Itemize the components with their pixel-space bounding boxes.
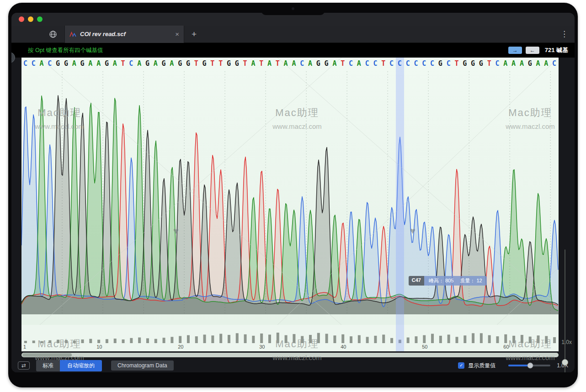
- vertical-zoom-slider[interactable]: [562, 249, 568, 372]
- page: COI rev read.scf × + ⋮ 按 Opt 键查看所有四个碱基值 …: [0, 0, 586, 392]
- horizontal-zoom-slider[interactable]: [508, 365, 550, 366]
- auto-zoom-button[interactable]: 自动缩放的: [60, 360, 102, 371]
- bottom-toolbar: ⇄ 标准 自动缩放的 Chromatogram Data ✓ 显示质量值 1.0…: [11, 359, 575, 372]
- sequence-base[interactable]: A: [284, 59, 288, 68]
- standard-view-button[interactable]: 标准: [36, 360, 60, 371]
- sequence-base[interactable]: C: [422, 59, 426, 68]
- sequence-base[interactable]: G: [202, 59, 207, 68]
- quality-bar: [114, 339, 117, 343]
- sequence-base[interactable]: T: [194, 59, 198, 68]
- sequence-base[interactable]: T: [210, 59, 214, 68]
- sequence-base[interactable]: G: [471, 59, 475, 68]
- sequence-base[interactable]: T: [487, 59, 491, 68]
- sequence-base[interactable]: T: [121, 59, 125, 68]
- scrollbar-thumb[interactable]: [22, 353, 72, 357]
- sequence-base[interactable]: C: [129, 59, 133, 68]
- globe-icon[interactable]: [49, 30, 57, 38]
- sequence-base[interactable]: C: [365, 59, 369, 68]
- sequence-base[interactable]: A: [137, 59, 141, 68]
- sequence-base[interactable]: C: [32, 59, 36, 68]
- sequence-base[interactable]: C: [373, 59, 377, 68]
- sequence-base[interactable]: A: [332, 59, 336, 68]
- tab-close-icon[interactable]: ×: [175, 30, 179, 38]
- sequence-base[interactable]: A: [96, 59, 101, 68]
- sequence-base[interactable]: G: [528, 59, 532, 68]
- sequence-base[interactable]: T: [243, 59, 247, 68]
- horizontal-scrollbar[interactable]: [21, 353, 559, 357]
- sequence-base[interactable]: A: [40, 59, 44, 68]
- sequence-base[interactable]: A: [503, 59, 507, 68]
- sequence-base[interactable]: A: [357, 59, 361, 68]
- quality-bar: [203, 334, 206, 343]
- sequence-base[interactable]: A: [113, 59, 117, 68]
- sequence-base[interactable]: C: [552, 59, 556, 68]
- sequence-base[interactable]: T: [381, 59, 385, 68]
- sequence-base[interactable]: C: [447, 59, 451, 68]
- quality-bars: [21, 325, 559, 344]
- sequence-base[interactable]: C: [23, 59, 27, 68]
- show-quality-checkbox[interactable]: ✓: [458, 362, 464, 369]
- sequence-base[interactable]: G: [316, 59, 320, 68]
- sequence-base[interactable]: A: [308, 59, 312, 68]
- sequence-base[interactable]: C: [406, 59, 410, 68]
- quality-bar: [163, 338, 165, 343]
- sequence-base[interactable]: G: [325, 59, 329, 68]
- sequence-base[interactable]: G: [80, 59, 85, 68]
- sequence-base[interactable]: G: [145, 59, 149, 68]
- sequence-base[interactable]: T: [259, 59, 263, 68]
- tab-coi-rev-read[interactable]: COI rev read.scf ×: [64, 26, 184, 43]
- tooltip-base-label: C47: [409, 276, 424, 286]
- sequence-base[interactable]: A: [88, 59, 92, 68]
- sequence-base[interactable]: T: [218, 59, 223, 68]
- sequence-base[interactable]: C: [430, 59, 434, 68]
- close-window-button[interactable]: [19, 16, 24, 22]
- zoom-window-button[interactable]: [37, 16, 43, 22]
- sequence-base[interactable]: G: [235, 59, 239, 68]
- sequence-base[interactable]: T: [276, 59, 280, 68]
- sequence-base[interactable]: T: [454, 59, 458, 68]
- sequence-base[interactable]: A: [154, 59, 158, 68]
- vertical-zoom-thumb[interactable]: [562, 359, 568, 366]
- tooltip-peak-height: 峰高： 805: [429, 277, 453, 284]
- sequence-base[interactable]: C: [349, 59, 353, 68]
- nav-back-button[interactable]: ←: [526, 47, 539, 54]
- sequence-base[interactable]: G: [463, 59, 467, 68]
- sequence-base[interactable]: C: [414, 59, 418, 68]
- minimize-window-button[interactable]: [28, 16, 33, 22]
- sequence-base[interactable]: C: [300, 59, 304, 68]
- sequence-base[interactable]: A: [292, 59, 296, 68]
- sequence-base[interactable]: A: [544, 59, 548, 68]
- sequence-base[interactable]: A: [251, 59, 255, 68]
- sequence-base[interactable]: A: [520, 59, 524, 68]
- sequence-base[interactable]: A: [511, 59, 516, 68]
- sequence-base[interactable]: C: [495, 59, 499, 68]
- check-icon: ✓: [459, 363, 463, 368]
- nav-forward-button[interactable]: →: [508, 47, 522, 54]
- sequence-base[interactable]: A: [267, 59, 272, 68]
- chromatogram-panel[interactable]: CCACGGAGAAGATCAGAGAGGTGTTGGTATATAACAGGAT…: [21, 58, 559, 325]
- horizontal-zoom-thumb[interactable]: [527, 363, 533, 369]
- overflow-menu-icon[interactable]: ⋮: [560, 29, 568, 39]
- sequence-base[interactable]: G: [64, 59, 68, 68]
- sequence-base[interactable]: G: [162, 59, 166, 68]
- selected-base-highlight-lower: [396, 325, 404, 351]
- sequence-base[interactable]: A: [72, 59, 76, 68]
- sequence-base[interactable]: G: [105, 59, 109, 68]
- sequence-base[interactable]: C: [389, 59, 394, 68]
- quality-bar: [170, 337, 173, 343]
- sequence-base[interactable]: C: [48, 59, 52, 68]
- sequence-base[interactable]: C: [398, 59, 402, 68]
- sequence-base[interactable]: G: [438, 59, 442, 68]
- quality-bar: [195, 336, 198, 343]
- new-tab-button[interactable]: +: [192, 29, 197, 39]
- sequence-base[interactable]: G: [186, 59, 190, 68]
- sequence-base[interactable]: G: [479, 59, 483, 68]
- fit-width-icon[interactable]: ⇄: [18, 361, 30, 370]
- sequence-base[interactable]: A: [536, 59, 540, 68]
- chromatogram-data-button[interactable]: Chromatogram Data: [111, 360, 174, 371]
- sequence-base[interactable]: T: [341, 59, 345, 68]
- sequence-base[interactable]: G: [56, 59, 60, 68]
- sequence-base[interactable]: A: [170, 59, 174, 68]
- sequence-base[interactable]: G: [178, 59, 182, 68]
- sequence-base[interactable]: G: [227, 59, 231, 68]
